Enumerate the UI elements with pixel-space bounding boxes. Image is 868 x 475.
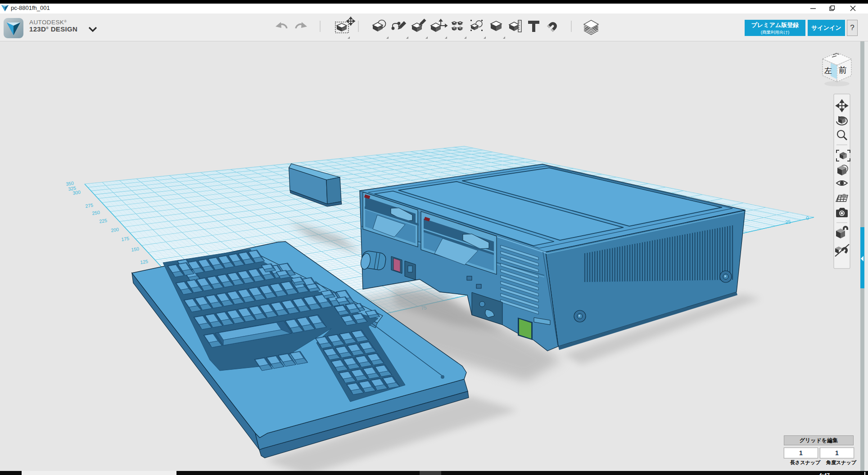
- svg-text:225: 225: [99, 218, 108, 224]
- svg-text:左: 左: [824, 67, 832, 75]
- svg-text:前: 前: [839, 66, 847, 75]
- svg-text:25: 25: [785, 219, 791, 225]
- svg-text:150: 150: [131, 246, 140, 252]
- svg-text:175: 175: [121, 236, 130, 242]
- svg-text:250: 250: [92, 210, 100, 216]
- svg-text:200: 200: [111, 227, 119, 233]
- svg-text:125: 125: [140, 259, 149, 265]
- svg-text:300: 300: [72, 189, 81, 196]
- svg-text:275: 275: [85, 202, 94, 209]
